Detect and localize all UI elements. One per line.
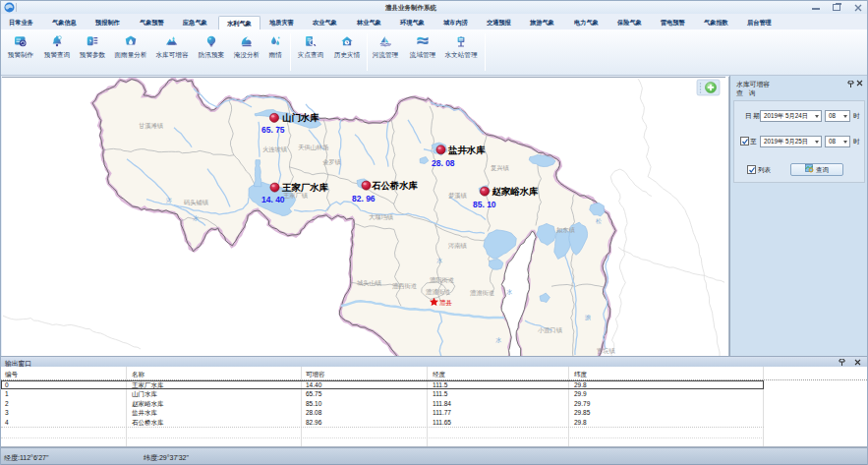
- svg-text:大堰垱镇: 大堰垱镇: [369, 214, 394, 221]
- svg-text:澧浦街道: 澧浦街道: [426, 288, 450, 296]
- svg-text:85. 10: 85. 10: [473, 200, 496, 209]
- svg-text:水: 水: [193, 215, 199, 221]
- svg-text:松: 松: [596, 218, 602, 224]
- svg-text:水: 水: [506, 289, 512, 295]
- svg-text:甘溪滩镇: 甘溪滩镇: [139, 122, 164, 130]
- svg-text:14. 40: 14. 40: [261, 195, 285, 204]
- svg-text:王家厂镇: 王家厂镇: [283, 192, 309, 199]
- svg-text:石公桥水库: 石公桥水库: [371, 180, 419, 191]
- svg-text:如东镇: 如东镇: [556, 226, 576, 234]
- svg-text:梦溪镇: 梦溪镇: [448, 192, 468, 200]
- svg-text:王家厂水库: 王家厂水库: [281, 182, 329, 193]
- svg-text:涔: 涔: [166, 198, 172, 203]
- svg-text:小渡口镇: 小渡口镇: [538, 326, 563, 334]
- svg-text:赵家峪水库: 赵家峪水库: [491, 186, 539, 197]
- svg-text:复兴镇: 复兴镇: [491, 164, 510, 172]
- svg-text:65. 75: 65. 75: [261, 125, 285, 135]
- svg-text:山门水库: 山门水库: [282, 112, 319, 123]
- svg-text:28. 08: 28. 08: [432, 158, 455, 168]
- svg-text:官垸镇: 官垸镇: [597, 347, 616, 355]
- svg-text:澧阳街道: 澧阳街道: [430, 276, 454, 284]
- svg-text:澧西街道: 澧西街道: [392, 282, 417, 290]
- svg-text:澧澹街道: 澧澹街道: [470, 289, 494, 297]
- svg-text:码头铺镇: 码头铺镇: [183, 199, 209, 206]
- svg-text:金罗镇: 金罗镇: [322, 158, 342, 166]
- svg-text:澹: 澹: [585, 315, 591, 321]
- svg-text:城头山镇: 城头山镇: [357, 279, 382, 286]
- svg-text:涔南镇: 涔南镇: [448, 242, 468, 250]
- svg-text:82. 96: 82. 96: [352, 194, 376, 203]
- svg-text:天供山林场: 天供山林场: [298, 144, 328, 151]
- svg-text:水: 水: [495, 337, 501, 343]
- svg-text:水: 水: [436, 258, 442, 263]
- svg-text:盐井水库: 盐井水库: [447, 145, 486, 155]
- svg-text:火连坡镇: 火连坡镇: [262, 145, 288, 153]
- svg-text:澧县: 澧县: [439, 299, 452, 306]
